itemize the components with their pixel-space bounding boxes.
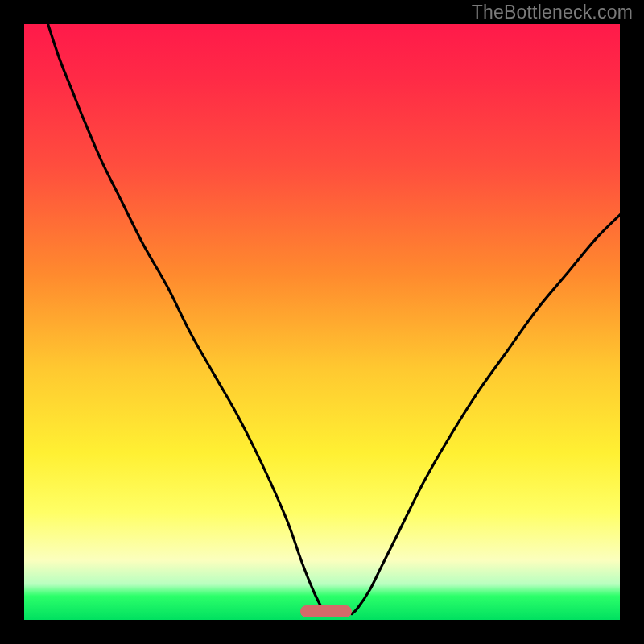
curve-left-arm — [48, 24, 328, 614]
watermark-text: TheBottleneck.com — [472, 2, 633, 23]
plot-area — [24, 24, 620, 620]
curve-right-arm — [352, 215, 620, 614]
bottleneck-curve — [24, 24, 620, 620]
optimal-range-marker — [300, 605, 352, 617]
chart-frame: TheBottleneck.com — [0, 0, 644, 644]
